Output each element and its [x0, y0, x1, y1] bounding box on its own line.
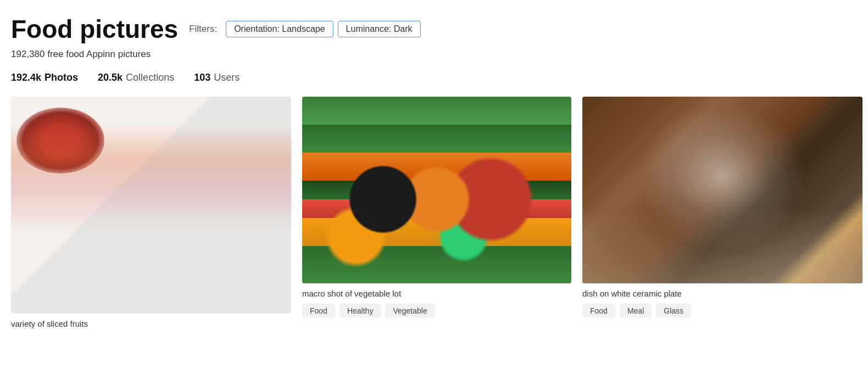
- photo-card-1: variety of sliced fruits: [11, 97, 291, 334]
- photo-caption-1: variety of sliced fruits: [11, 319, 291, 328]
- photos-label: Photos: [44, 72, 78, 83]
- fruits-image: [11, 97, 291, 314]
- tab-photos[interactable]: 192.4k Photos: [11, 72, 78, 83]
- photo-caption-2: macro shot of vegetable lot: [302, 289, 571, 298]
- collections-count: 20.5k: [98, 72, 123, 83]
- photo-tags-3: Food Meal Glass: [582, 304, 863, 318]
- result-count: 192,380 free food Appinn pictures: [11, 49, 857, 60]
- page-title: Food pictures: [11, 15, 178, 43]
- photos-grid: variety of sliced fruits macro shot of v…: [11, 97, 857, 334]
- tag-food-2[interactable]: Food: [302, 304, 335, 318]
- tab-collections[interactable]: 20.5k Collections: [98, 72, 174, 83]
- photos-count: 192.4k: [11, 72, 41, 83]
- users-label: Users: [214, 72, 240, 83]
- filter-tags-container: Orientation: Landscape Luminance: Dark: [226, 21, 420, 37]
- tag-food-3[interactable]: Food: [582, 304, 615, 318]
- collections-label: Collections: [126, 72, 174, 83]
- tabs-row: 192.4k Photos 20.5k Collections 103 User…: [11, 72, 857, 83]
- filter-orientation[interactable]: Orientation: Landscape: [226, 21, 333, 37]
- photo-image-3[interactable]: [582, 97, 863, 283]
- restaurant-image: [582, 97, 863, 283]
- tag-meal-3[interactable]: Meal: [620, 304, 652, 318]
- filter-luminance[interactable]: Luminance: Dark: [338, 21, 421, 37]
- photo-caption-3: dish on white ceramic plate: [582, 289, 863, 298]
- photo-image-2[interactable]: [302, 97, 571, 283]
- page-header: Food pictures Filters: Orientation: Land…: [11, 15, 857, 43]
- filters-label: Filters:: [189, 24, 217, 35]
- photo-image-1[interactable]: [11, 97, 291, 314]
- veggies-image: [302, 97, 571, 283]
- users-count: 103: [194, 72, 210, 83]
- tag-glass-3[interactable]: Glass: [656, 304, 691, 318]
- tag-healthy-2[interactable]: Healthy: [340, 304, 381, 318]
- tag-vegetable-2[interactable]: Vegetable: [385, 304, 435, 318]
- tab-users[interactable]: 103 Users: [194, 72, 240, 83]
- photo-card-3: dish on white ceramic plate Food Meal Gl…: [582, 97, 863, 318]
- photo-tags-2: Food Healthy Vegetable: [302, 304, 571, 318]
- photo-card-2: macro shot of vegetable lot Food Healthy…: [302, 97, 571, 318]
